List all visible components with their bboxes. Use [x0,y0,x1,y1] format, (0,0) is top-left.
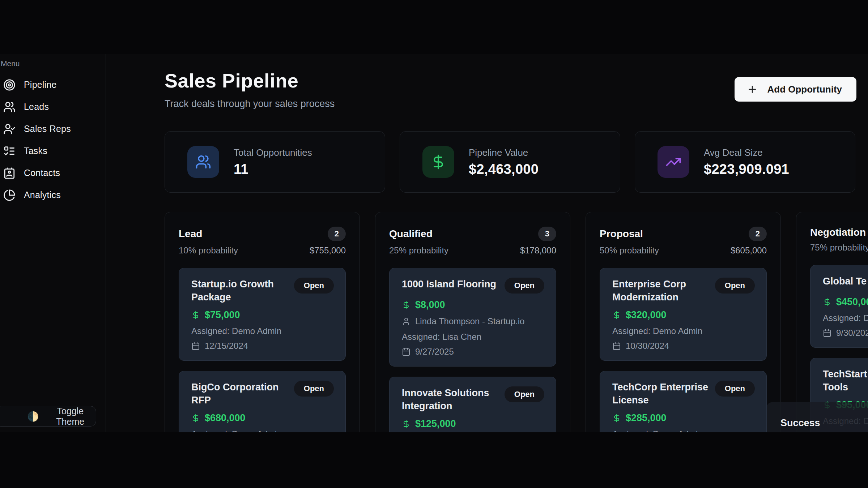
sidebar-item-sales-reps[interactable]: Sales Reps [0,118,106,140]
sidebar-item-leads[interactable]: Leads [0,96,106,118]
dollar-sign-icon [612,311,621,320]
deal-card[interactable]: BigCo Corporation RFP Open $680,000 Assi… [179,371,346,432]
sidebar-nav: Pipeline Leads Sales Reps Tasks Contacts… [0,74,106,206]
column-total: $178,000 [520,245,556,256]
column-count-badge: 3 [538,227,556,241]
deal-card[interactable]: TechCorp Enterprise License Open $285,00… [600,371,767,432]
dollar-sign-icon [422,146,454,178]
sidebar-item-contacts[interactable]: Contacts [0,162,106,184]
deal-date: 9/30/2024 [836,328,868,338]
add-opportunity-label: Add Opportunity [767,84,842,95]
toggle-theme-button[interactable]: 🌓 Toggle Theme [0,406,96,427]
column-negotiation: Negotiation 75% probability Global Te Op… [796,212,868,432]
deal-title: Global Te [823,275,868,288]
list-todo-icon [3,145,16,157]
deal-date: 12/15/2024 [205,341,248,351]
calendar-icon [612,342,621,350]
menu-label: Menu [1,59,20,68]
stat-label: Avg Deal Size [704,147,789,158]
deal-amount: $450,000 [836,296,868,308]
stat-value: $223,909.091 [704,162,789,177]
moon-icon: 🌓 [27,412,39,421]
status-badge: Open [294,381,334,397]
deal-assigned: Assigned: Demo Admin [612,429,702,432]
column-lead: Lead 2 10% probability $755,000 Startup.… [165,212,360,432]
stat-label: Total Opportunities [234,147,312,158]
column-proposal: Proposal 2 50% probability $605,000 Ente… [586,212,781,432]
column-probability: 25% probability [389,245,448,256]
column-probability: 10% probability [179,245,238,256]
deal-amount: $75,000 [205,309,240,321]
column-count-badge: 2 [749,227,767,241]
status-badge: Open [715,278,755,294]
deal-date: 9/27/2025 [415,347,454,357]
main-content: Sales Pipeline Track deals through your … [106,54,868,432]
deal-card[interactable]: Enterprise Corp Modernization Open $320,… [600,268,767,361]
deal-title: Enterprise Corp Modernization [612,278,709,304]
column-title: Qualified [389,228,433,240]
deal-card[interactable]: Startup.io Growth Package Open $75,000 A… [179,268,346,361]
deal-amount: $285,000 [626,412,667,424]
sidebar-item-label: Analytics [24,190,61,200]
user-icon [402,317,410,326]
dollar-sign-icon [612,414,621,423]
dollar-sign-icon [402,420,410,428]
sidebar-item-label: Pipeline [24,80,57,90]
status-badge: Open [505,278,544,294]
deal-contact: Linda Thompson - Startup.io [415,316,524,326]
dollar-sign-icon [191,311,200,320]
column-probability: 75% probability [810,243,868,253]
column-total: $605,000 [731,245,767,256]
status-badge: Open [294,278,334,294]
deal-assigned: Assigned: Demo Admin [191,429,281,432]
calendar-icon [191,342,200,350]
target-icon [3,79,16,91]
deal-assigned: Assigned: Lisa Chen [402,332,481,342]
stat-card-pipeline-value: Pipeline Value $2,463,000 [400,131,620,193]
dollar-sign-icon [402,301,410,309]
deal-amount: $680,000 [205,412,246,424]
deal-title: Innovate Solutions Integration [402,386,499,412]
deal-assigned: Assigned: Demo Admin [191,326,281,336]
column-count-badge: 2 [328,227,346,241]
deal-card[interactable]: Innovate Solutions Integration Open $125… [389,377,556,432]
sidebar: Menu Pipeline Leads Sales Reps Tasks Con… [0,54,106,432]
stat-label: Pipeline Value [469,147,539,158]
deal-title: Startup.io Growth Package [191,278,288,304]
toggle-theme-label: Toggle Theme [44,406,96,427]
toast-title: Success [780,418,868,429]
deal-card[interactable]: Global Te Open $450,000 Assigned: Demo A… [810,265,868,348]
sidebar-item-pipeline[interactable]: Pipeline [0,74,106,96]
status-badge: Open [505,386,544,402]
deal-assigned: Assigned: Demo Admin [823,313,868,323]
pie-chart-icon [3,189,16,201]
user-check-icon [3,123,16,135]
plus-icon [747,84,758,95]
sidebar-item-tasks[interactable]: Tasks [0,140,106,162]
page-title: Sales Pipeline [165,69,298,92]
sidebar-item-label: Sales Reps [24,124,71,134]
column-title: Lead [179,228,202,240]
sidebar-item-analytics[interactable]: Analytics [0,184,106,206]
dollar-sign-icon [191,414,200,423]
contact-card-icon [3,167,16,179]
column-total: $755,000 [310,245,346,256]
calendar-icon [402,347,410,356]
deal-title: BigCo Corporation RFP [191,381,288,407]
users-icon [187,146,219,178]
deal-date: 10/30/2024 [626,341,669,351]
add-opportunity-button[interactable]: Add Opportunity [735,77,856,102]
deal-assigned: Assigned: Demo Admin [612,326,702,336]
deal-title: TechStart Tools [823,368,868,394]
stat-card-avg-deal-size: Avg Deal Size $223,909.091 [635,131,855,193]
app-viewport: Menu Pipeline Leads Sales Reps Tasks Con… [0,54,868,432]
sidebar-item-label: Tasks [24,146,47,156]
success-toast: Success [767,402,868,432]
deal-amount: $125,000 [415,418,456,429]
stats-row: Total Opportunities 11 Pipeline Value $2… [165,131,855,193]
stat-value: 11 [234,162,312,177]
dollar-sign-icon [823,298,831,307]
deal-card[interactable]: 1000 Island Flooring Open $8,000 Linda T… [389,268,556,367]
users-icon [3,101,16,113]
trending-up-icon [658,146,689,178]
